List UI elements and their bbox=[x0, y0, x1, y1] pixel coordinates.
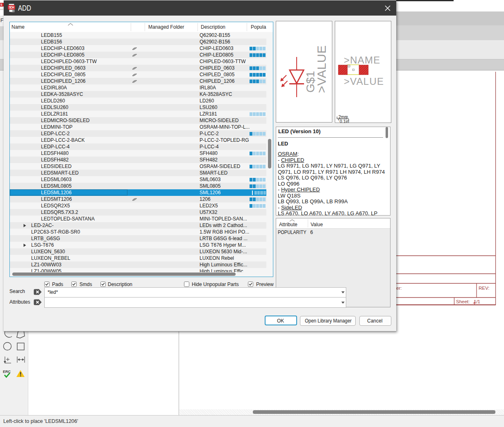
svg-text:Sheet:: Sheet: bbox=[456, 299, 470, 304]
svg-text:>VALUE: >VALUE bbox=[315, 45, 328, 93]
svg-text:>NAME: >NAME bbox=[344, 55, 380, 66]
svg-text:REV:: REV: bbox=[479, 286, 489, 291]
svg-text:0.1in: 0.1in bbox=[340, 119, 349, 123]
svg-text:er:: er: bbox=[396, 286, 402, 291]
svg-text:>VALUE: >VALUE bbox=[344, 76, 384, 87]
svg-text:SCH: SCH bbox=[9, 5, 14, 9]
